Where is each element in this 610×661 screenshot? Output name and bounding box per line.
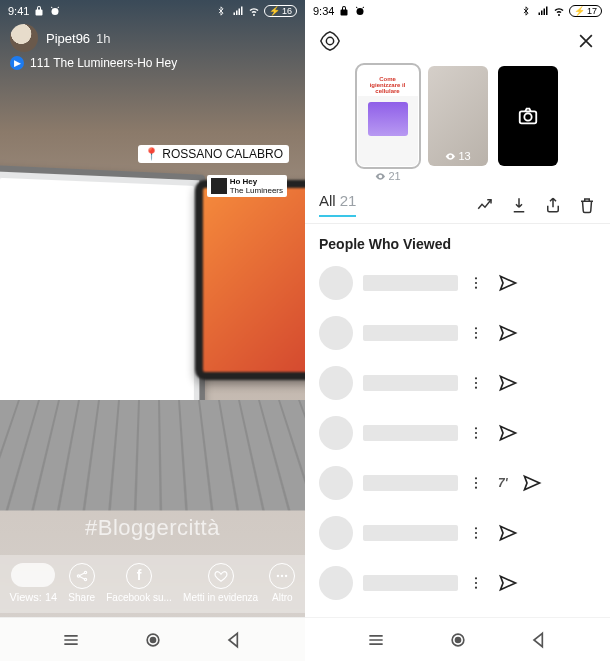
- svg-point-14: [475, 277, 477, 279]
- viewer-more-icon[interactable]: [468, 375, 484, 391]
- viewer-avatar[interactable]: [319, 566, 353, 600]
- viewer-more-icon[interactable]: [468, 425, 484, 441]
- share-button[interactable]: Share: [68, 563, 95, 603]
- viewer-avatar[interactable]: [319, 316, 353, 350]
- share-up-icon[interactable]: [544, 196, 562, 214]
- viewer-row[interactable]: 7': [305, 458, 610, 508]
- alarm-icon: [49, 5, 61, 17]
- viewer-row[interactable]: [305, 308, 610, 358]
- download-icon[interactable]: [510, 196, 528, 214]
- svg-point-27: [475, 482, 477, 484]
- avatar[interactable]: [10, 24, 38, 52]
- tab-all-label: All: [319, 192, 336, 209]
- viewer-row[interactable]: [305, 258, 610, 308]
- story-thumb-camera[interactable]: [498, 66, 558, 166]
- send-message-icon[interactable]: [498, 273, 518, 293]
- nav-back-icon[interactable]: [529, 630, 549, 650]
- svg-point-32: [475, 577, 477, 579]
- svg-point-0: [52, 8, 59, 15]
- more-icon: [269, 563, 295, 589]
- settings-gear-icon[interactable]: [319, 30, 341, 52]
- svg-point-21: [475, 382, 477, 384]
- insights-header: [305, 22, 610, 60]
- insights-icon[interactable]: [476, 196, 494, 214]
- viewer-avatar[interactable]: [319, 516, 353, 550]
- trash-icon[interactable]: [578, 196, 596, 214]
- svg-point-5: [281, 575, 283, 577]
- svg-marker-10: [321, 32, 339, 50]
- nav-menu-icon[interactable]: [61, 630, 81, 650]
- viewer-name-placeholder: [363, 525, 458, 541]
- close-button[interactable]: [576, 31, 596, 51]
- svg-point-3: [84, 578, 86, 580]
- viewer-avatar[interactable]: [319, 466, 353, 500]
- status-bar: 9:34 ⚡17: [305, 0, 610, 22]
- svg-point-24: [475, 432, 477, 434]
- svg-point-18: [475, 332, 477, 334]
- story-thumb-1[interactable]: Come igienizzare il cellulare: [358, 66, 418, 166]
- viewer-list: 7': [305, 258, 610, 608]
- nav-home-icon[interactable]: [143, 630, 163, 650]
- nav-home-icon[interactable]: [448, 630, 468, 650]
- svg-point-9: [357, 8, 364, 15]
- highlight-button[interactable]: Metti in evidenza: [183, 563, 258, 603]
- send-message-icon[interactable]: [498, 323, 518, 343]
- nav-back-icon[interactable]: [224, 630, 244, 650]
- views-count: 14: [45, 591, 57, 603]
- svg-point-15: [475, 282, 477, 284]
- location-sticker[interactable]: 📍 ROSSANO CALABRO: [138, 145, 289, 163]
- views-label: Views:: [10, 591, 42, 603]
- more-button[interactable]: Altro: [269, 563, 295, 603]
- send-message-icon[interactable]: [498, 573, 518, 593]
- viewer-name-placeholder: [363, 275, 458, 291]
- story-header[interactable]: Pipet96 1h: [0, 22, 305, 54]
- tab-all[interactable]: All21: [319, 192, 356, 217]
- svg-point-34: [475, 587, 477, 589]
- lock-icon: [33, 5, 45, 17]
- svg-point-23: [475, 427, 477, 429]
- send-message-icon[interactable]: [498, 373, 518, 393]
- facebook-icon: f: [126, 563, 152, 589]
- svg-point-1: [77, 575, 79, 577]
- share-icon: [69, 563, 95, 589]
- music-album-art: [211, 178, 227, 194]
- viewer-more-icon[interactable]: [468, 575, 484, 591]
- facebook-button[interactable]: f Facebook su...: [106, 563, 172, 603]
- viewer-more-icon[interactable]: [468, 525, 484, 541]
- camera-icon: [517, 105, 539, 127]
- viewer-more-icon[interactable]: [468, 275, 484, 291]
- viewer-avatar[interactable]: [319, 266, 353, 300]
- svg-point-31: [475, 537, 477, 539]
- music-chip-artist: The Lumineers: [230, 186, 283, 195]
- music-sticker[interactable]: Ho Hey The Lumineers: [207, 175, 287, 197]
- music-play-icon: ▶: [10, 56, 24, 70]
- story-footer: Views: 14 Share f Facebook su... Metti i…: [0, 555, 305, 613]
- viewer-row[interactable]: [305, 558, 610, 608]
- viewer-row[interactable]: [305, 508, 610, 558]
- viewer-more-icon[interactable]: [468, 475, 484, 491]
- laptop-in-photo: [0, 165, 205, 435]
- send-message-icon[interactable]: [498, 523, 518, 543]
- story-thumbnails: Come igienizzare il cellulare 21 13: [305, 60, 610, 170]
- viewer-avatar[interactable]: [319, 366, 353, 400]
- viewer-more-icon[interactable]: [468, 325, 484, 341]
- music-row[interactable]: ▶ 111 The Lumineers-Ho Hey: [0, 54, 305, 72]
- viewer-row[interactable]: [305, 358, 610, 408]
- nav-menu-icon[interactable]: [366, 630, 386, 650]
- views-button[interactable]: Views: 14: [10, 563, 58, 603]
- viewers-avatars-icon: [11, 563, 55, 587]
- viewer-row[interactable]: [305, 408, 610, 458]
- send-message-icon[interactable]: [498, 423, 518, 443]
- username[interactable]: Pipet96: [46, 31, 90, 46]
- lock-icon: [338, 5, 350, 17]
- thumb-1-views: 21: [374, 170, 400, 182]
- svg-point-29: [475, 527, 477, 529]
- send-message-icon[interactable]: [522, 473, 542, 493]
- svg-point-28: [475, 487, 477, 489]
- android-nav-bar: [305, 617, 610, 661]
- bluetooth-icon: [521, 5, 533, 17]
- tablet-in-photo: [195, 180, 305, 380]
- heart-icon: [208, 563, 234, 589]
- viewer-avatar[interactable]: [319, 416, 353, 450]
- hashtag-sticker[interactable]: #Bloggercittà: [85, 515, 220, 541]
